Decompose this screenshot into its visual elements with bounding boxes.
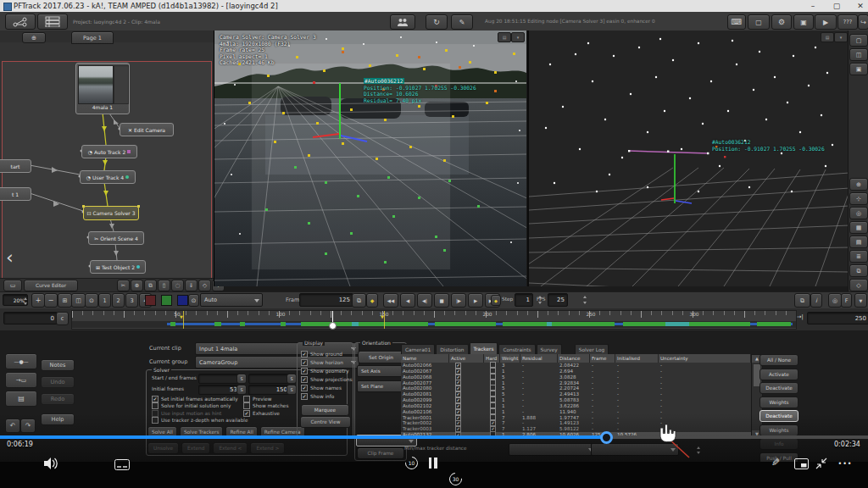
clip-frame-button[interactable]: Clip Frame <box>357 447 404 459</box>
hard-checkbox[interactable] <box>490 414 496 420</box>
sidebar-tool-button[interactable]: ◇ <box>849 279 868 291</box>
checkbox[interactable]: ✓ <box>301 385 308 391</box>
frame-input[interactable]: 125 <box>299 293 353 307</box>
pause-button[interactable] <box>427 457 438 469</box>
channel-swatch-blue[interactable] <box>177 295 188 306</box>
keyboard-shortcuts-button[interactable]: ⌨ <box>727 14 746 30</box>
tab[interactable]: Solver Log <box>575 344 609 354</box>
fps-input[interactable]: 25 <box>548 293 568 307</box>
partial-node-2[interactable]: t 1 <box>0 187 31 201</box>
display-settings-button[interactable]: ▢ <box>748 14 770 30</box>
range-in-input[interactable]: 0 <box>3 312 58 324</box>
volume-button[interactable] <box>42 457 61 470</box>
solver-checkbox-row[interactable]: ✓Set initial frames automatically <box>152 396 248 402</box>
record-button[interactable]: ◎ <box>828 293 842 308</box>
display-checkbox-row[interactable]: ✓Show geometry <box>301 367 352 375</box>
clip-node[interactable]: 4mala 1 <box>75 63 130 114</box>
initial-frame-marker[interactable]: ▼ <box>180 314 183 319</box>
display-checkbox-row[interactable]: ✓Show info <box>301 392 352 401</box>
checkbox[interactable] <box>152 417 159 424</box>
solver-checkbox-row[interactable]: Show matches <box>243 402 288 409</box>
edit-camera-node[interactable]: ✕ Edit Camera <box>120 123 174 136</box>
solver-checkbox-row[interactable]: ✓Exhaustive <box>243 410 288 417</box>
extend-button[interactable]: Extend > <box>250 442 285 454</box>
connections-button[interactable]: —●— <box>5 353 37 369</box>
action-button[interactable]: Weights <box>760 396 798 408</box>
sidebar-tool-button[interactable]: ▣ <box>849 63 868 75</box>
sidebar-tool-button[interactable]: ▦ <box>849 221 868 234</box>
range-out-input[interactable]: 250 <box>807 312 868 324</box>
subtitles-button[interactable] <box>114 458 131 470</box>
transport-button[interactable]: ◀| <box>417 293 432 308</box>
sidebar-tool-button[interactable]: ≣ <box>849 250 868 263</box>
initial-start-input[interactable]: 53 <box>198 385 241 395</box>
test-object-node[interactable]: ⊞ Test Object 2 <box>90 260 146 274</box>
checkbox[interactable]: ✓ <box>301 368 308 374</box>
column-header[interactable]: Active <box>449 354 484 363</box>
info-button[interactable]: i <box>810 293 822 308</box>
dual-view-button[interactable]: ⧉ <box>352 293 366 308</box>
tab[interactable]: Constraints <box>498 344 535 354</box>
collapse-timeline-button[interactable]: ▼ <box>854 293 867 308</box>
close-button[interactable]: ✕ <box>851 0 868 12</box>
display-checkbox-row[interactable]: ✓Show projections <box>301 375 352 384</box>
perspective-viewport[interactable]: #Auto0036212 Position: -0.91027 1.70255 … <box>527 30 849 286</box>
solver-checkbox-row[interactable]: Solve for initial solution only <box>152 402 248 409</box>
action-button[interactable]: All / None <box>760 354 798 366</box>
draw-button[interactable]: ✎ <box>768 455 783 470</box>
notes-button[interactable]: Notes <box>41 359 75 371</box>
viewport-menu-button[interactable]: ▤ <box>821 32 834 42</box>
crosshair-button[interactable]: ⊕ <box>22 32 46 43</box>
skip-forward-button[interactable]: 30 <box>448 471 464 487</box>
fps-spinner[interactable] <box>582 294 588 306</box>
column-header[interactable]: Distance <box>558 354 590 363</box>
marquee-button[interactable]: Marquee <box>301 404 349 416</box>
panel-back-chevron[interactable]: ‹ <box>6 247 14 268</box>
checkbox[interactable] <box>243 396 250 402</box>
transport-button[interactable]: |▶ <box>451 293 466 308</box>
step-input[interactable]: 1 <box>515 293 533 307</box>
transport-button[interactable]: ■ <box>434 293 449 308</box>
set-origin-button[interactable]: Set Origin <box>358 351 404 363</box>
auto-track-node[interactable]: ◔ Auto Track 2 <box>81 145 137 158</box>
tab[interactable]: Survey <box>537 344 562 354</box>
transport-button[interactable]: ◀ <box>400 293 415 308</box>
exit-fullscreen-button[interactable] <box>814 457 828 470</box>
maximize-button[interactable]: ▢ <box>827 0 846 12</box>
action-button[interactable]: Activate <box>760 369 798 380</box>
checkbox[interactable]: ✓ <box>301 393 308 400</box>
column-header[interactable]: Weight <box>500 354 520 363</box>
progress-handle[interactable] <box>600 431 613 444</box>
undo-button[interactable]: Undo <box>41 376 75 388</box>
snapshot-button[interactable]: ⧉ <box>794 293 810 308</box>
initial-end-set-button[interactable]: S <box>287 385 297 395</box>
display-checkbox-row[interactable]: ✓Show ground <box>301 350 352 358</box>
page-tab[interactable]: Page 1 <box>71 31 114 44</box>
skip-back-button[interactable]: 10 <box>403 455 420 471</box>
playhead-handle[interactable] <box>329 322 337 330</box>
action-button[interactable]: Info <box>760 438 798 450</box>
sidebar-tool-button[interactable]: ◎ <box>849 207 868 219</box>
solver-checkbox-row[interactable]: Use input motion as hint <box>152 410 248 417</box>
range-end-marker[interactable]: →| <box>797 313 804 320</box>
column-header[interactable]: Name <box>401 354 449 363</box>
checkbox[interactable] <box>243 402 250 409</box>
initial-end-input[interactable]: 150 <box>248 385 291 395</box>
camera-viewport[interactable]: Camera Solver: Camera Solver 34mala: 192… <box>214 30 526 286</box>
orient-scene-node[interactable]: ✂ Orient Scene 4 <box>88 231 144 245</box>
sidebar-tool-button[interactable]: ▤ <box>849 236 868 248</box>
extend-button[interactable]: Extend <box>181 442 210 454</box>
start-set-button[interactable]: S <box>236 374 247 384</box>
checkbox[interactable]: ✓ <box>301 376 308 383</box>
viewport-menu-button[interactable]: ▤ <box>498 32 511 42</box>
fullframe-button[interactable]: F <box>841 293 852 308</box>
partial-node-1[interactable]: tart <box>0 159 31 173</box>
action-button[interactable]: Deactivate <box>760 382 798 394</box>
archive-button[interactable]: ▣ <box>793 14 814 30</box>
max-distance-input[interactable] <box>591 443 679 456</box>
solver-checkbox-row[interactable]: Use tracker z-depth when available <box>152 417 248 424</box>
timeline-ruler[interactable]: 50100150200250300 ▼ ▼ <box>71 310 797 330</box>
more-options-button[interactable]: ••• <box>836 458 854 469</box>
viewport-layout-button[interactable]: ▾ <box>834 32 848 42</box>
checkbox[interactable] <box>152 402 159 409</box>
